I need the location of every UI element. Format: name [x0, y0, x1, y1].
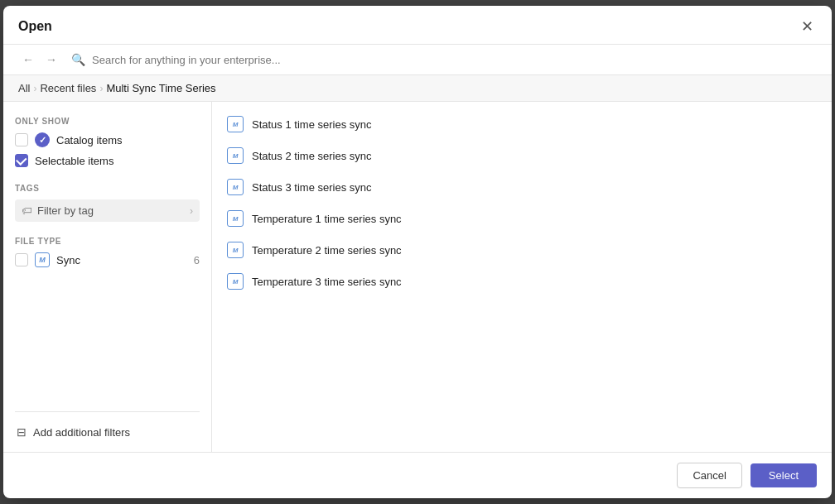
sync-file-type[interactable]: M Sync 6 — [15, 252, 200, 267]
sidebar-footer: ⊟ Add additional filters — [15, 411, 200, 452]
tag-icon: 🏷 — [22, 204, 32, 217]
breadcrumb: All › Recent files › Multi Sync Time Ser… — [3, 75, 832, 102]
catalog-items-label: Catalog items — [56, 134, 122, 146]
tags-label: TAGS — [15, 184, 200, 193]
filter-by-tag-label: Filter by tag — [37, 204, 94, 217]
sync-icon: M — [35, 252, 50, 267]
dialog-footer: Cancel Select — [3, 452, 832, 498]
back-button[interactable]: ← — [18, 51, 38, 68]
catalog-items-filter[interactable]: Catalog items — [15, 132, 200, 147]
select-button[interactable]: Select — [751, 463, 817, 487]
cancel-button[interactable]: Cancel — [677, 463, 741, 488]
file-icon: M — [227, 242, 244, 258]
sidebar: ONLY SHOW Catalog items Selectable items… — [3, 102, 212, 452]
breadcrumb-recent[interactable]: Recent files — [40, 82, 96, 94]
filter-icon: ⊟ — [17, 425, 27, 439]
search-bar: ← → 🔍 — [3, 45, 832, 75]
list-item[interactable]: M Temperature 2 time series sync — [212, 234, 832, 266]
file-icon: M — [227, 116, 244, 132]
list-item[interactable]: M Status 2 time series sync — [212, 140, 832, 171]
tags-section: TAGS 🏷 Filter by tag › — [15, 180, 200, 230]
dialog-title: Open — [18, 19, 52, 34]
search-icon: 🔍 — [71, 53, 85, 66]
file-icon: M — [227, 210, 244, 227]
catalog-icon — [35, 132, 50, 147]
close-button[interactable]: ✕ — [798, 17, 817, 36]
forward-button[interactable]: → — [41, 51, 61, 68]
file-item-name: Temperature 1 time series sync — [252, 213, 402, 225]
dialog-header: Open ✕ — [3, 6, 832, 45]
file-item-name: Temperature 3 time series sync — [252, 276, 402, 288]
nav-arrows: ← → — [18, 51, 61, 68]
only-show-label: ONLY SHOW — [15, 117, 200, 126]
file-item-name: Status 1 time series sync — [252, 118, 372, 131]
file-type-label: FILE TYPE — [15, 237, 200, 246]
filter-by-tag-button[interactable]: 🏷 Filter by tag › — [15, 199, 200, 222]
dialog-body: ONLY SHOW Catalog items Selectable items… — [3, 102, 832, 452]
list-item[interactable]: M Status 1 time series sync — [212, 108, 832, 140]
file-list: M Status 1 time series sync M Status 2 t… — [212, 102, 832, 452]
sync-count: 6 — [194, 254, 200, 266]
catalog-items-checkbox[interactable] — [15, 133, 28, 146]
selectable-items-filter[interactable]: Selectable items — [15, 154, 200, 167]
selectable-items-checkbox[interactable] — [15, 154, 28, 167]
sync-label: Sync — [56, 254, 80, 266]
sync-checkbox[interactable] — [15, 253, 28, 266]
breadcrumb-sep-1: › — [33, 83, 36, 94]
breadcrumb-current: Multi Sync Time Series — [106, 82, 215, 94]
add-filters-label: Add additional filters — [33, 426, 130, 439]
file-item-name: Status 3 time series sync — [252, 181, 372, 194]
breadcrumb-sep-2: › — [99, 83, 103, 94]
file-item-name: Status 2 time series sync — [252, 150, 372, 162]
add-filters-button[interactable]: ⊟ Add additional filters — [15, 422, 200, 442]
list-item[interactable]: M Status 3 time series sync — [212, 171, 832, 203]
file-item-name: Temperature 2 time series sync — [252, 244, 402, 257]
file-type-section: FILE TYPE M Sync 6 — [15, 233, 200, 274]
chevron-right-icon: › — [190, 205, 193, 217]
file-icon: M — [227, 273, 244, 290]
open-dialog: Open ✕ ← → 🔍 All › Recent files › Multi … — [3, 6, 832, 498]
list-item[interactable]: M Temperature 1 time series sync — [212, 203, 832, 234]
breadcrumb-all[interactable]: All — [18, 82, 30, 94]
file-icon: M — [227, 147, 244, 164]
file-icon: M — [227, 179, 244, 195]
list-item[interactable]: M Temperature 3 time series sync — [212, 266, 832, 297]
selectable-items-label: Selectable items — [35, 155, 113, 167]
search-input[interactable] — [92, 54, 817, 66]
